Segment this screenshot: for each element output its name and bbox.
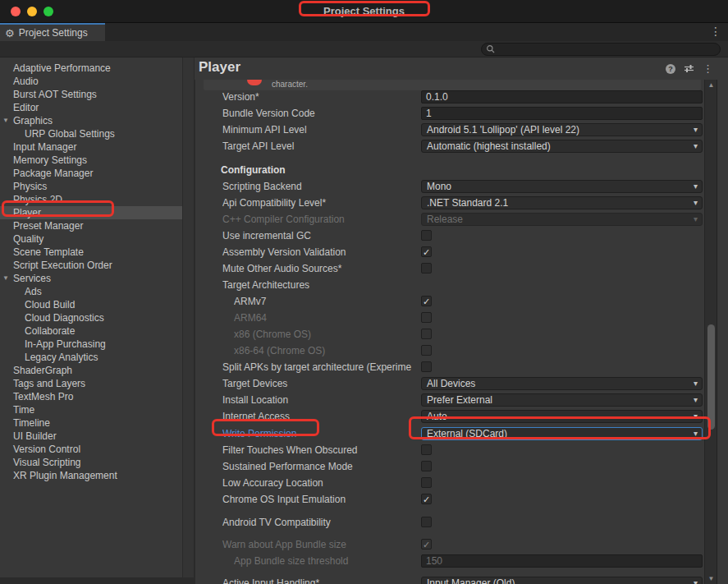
sidebar-item-urp-global-settings[interactable]: URP Global Settings (0, 127, 182, 140)
sidebar-item-input-manager[interactable]: Input Manager (0, 140, 182, 154)
sidebar-item-label: URP Global Settings (25, 128, 115, 140)
sidebar-item-time[interactable]: Time (0, 403, 182, 416)
main-scrollbar[interactable]: ▲ ▼ (704, 80, 717, 584)
unity-project-settings-window: Project Settings ⚙ Project Settings ⋮ Ad… (0, 0, 728, 584)
sidebar-scrollbar-track[interactable] (182, 57, 195, 577)
setting-label: Active Input Handling* (222, 577, 319, 584)
row-bundle-version-code: Bundle Version Code1 (195, 105, 703, 122)
sidebar-item-preset-manager[interactable]: Preset Manager (0, 219, 182, 232)
sidebar-item-in-app-purchasing[interactable]: In-App Purchasing (0, 338, 182, 351)
foldout-expanded-icon[interactable]: ▼ (2, 272, 9, 285)
write-permission-dropdown[interactable]: External (SDCard)▾ (421, 427, 703, 440)
app-bundle-size-threshold-field[interactable]: 150 (421, 554, 703, 568)
scrollbar-thumb[interactable] (707, 324, 715, 430)
sidebar-item-version-control[interactable]: Version Control (0, 443, 182, 456)
setting-label: Api Compatibility Level* (222, 197, 326, 209)
sidebar-item-label: Physics (13, 181, 47, 192)
tab-bar-menu-icon[interactable]: ⋮ (710, 25, 721, 38)
bundle-version-code-field[interactable]: 1 (421, 107, 703, 120)
scroll-down-icon[interactable]: ▼ (705, 575, 717, 582)
setting-label: Filter Touches When Obscured (222, 444, 358, 456)
scroll-up-icon[interactable]: ▲ (705, 81, 717, 89)
sidebar-item-label: Cloud Diagnostics (25, 312, 104, 324)
sidebar-item-label: TextMesh Pro (13, 391, 73, 402)
sidebar-item-label: Adaptive Performance (13, 62, 111, 74)
split-apks-by-target-architecture-experime-checkbox[interactable] (421, 361, 432, 372)
sidebar-item-legacy-analytics[interactable]: Legacy Analytics (0, 351, 182, 364)
sidebar-item-editor[interactable]: Editor (0, 101, 182, 114)
sidebar-item-label: Input Manager (13, 141, 76, 153)
sidebar-item-physics-2d[interactable]: Physics 2D (0, 193, 182, 206)
setting-label: Install Location (222, 394, 288, 406)
scripting-backend-dropdown[interactable]: Mono▾ (421, 180, 703, 193)
sidebar-item-label: Cloud Build (25, 299, 75, 310)
sidebar-item-ads[interactable]: Ads (0, 285, 182, 298)
android-tv-compatibility-checkbox[interactable] (421, 517, 432, 527)
sidebar-item-label: Package Manager (13, 168, 93, 179)
row-arm64: ARM64 (195, 310, 703, 326)
low-accuracy-location-checkbox[interactable] (421, 477, 432, 488)
row-write-permission: Write PermissionExternal (SDCard)▾ (195, 425, 703, 442)
sidebar-item-audio[interactable]: Audio (0, 75, 182, 88)
tab-project-settings[interactable]: ⚙ Project Settings (0, 23, 105, 41)
warn-about-app-bundle-size-checkbox[interactable]: ✓ (421, 539, 432, 550)
armv7-checkbox[interactable]: ✓ (421, 296, 432, 306)
version-field[interactable]: 0.1.0 (421, 90, 703, 103)
sidebar-item-cloud-build[interactable]: Cloud Build (0, 298, 182, 311)
sidebar-item-memory-settings[interactable]: Memory Settings (0, 154, 182, 167)
header-icons: ? ⋮ (666, 63, 713, 74)
dropdown-value: External (SDCard) (427, 428, 507, 439)
sidebar-item-scene-template[interactable]: Scene Template (0, 246, 182, 259)
c-compiler-configuration-dropdown[interactable]: Release▾ (421, 213, 703, 226)
chrome-os-input-emulation-checkbox[interactable]: ✓ (421, 494, 432, 504)
sidebar-item-script-execution-order[interactable]: Script Execution Order (0, 259, 182, 272)
sustained-performance-mode-checkbox[interactable] (421, 461, 432, 471)
foldout-expanded-icon[interactable]: ▼ (2, 114, 9, 127)
sidebar-item-tags-and-layers[interactable]: Tags and Layers (0, 377, 182, 390)
arm64-checkbox[interactable] (421, 312, 432, 323)
x86-chrome-os-checkbox[interactable] (421, 329, 432, 339)
minimum-api-level-dropdown[interactable]: Android 5.1 'Lollipop' (API level 22)▾ (421, 123, 703, 136)
help-icon[interactable]: ? (666, 64, 675, 74)
sidebar-item-burst-aot-settings[interactable]: Burst AOT Settings (0, 88, 182, 101)
use-incremental-gc-checkbox[interactable] (421, 230, 432, 241)
main-panel: Player ? ⋮ character. Vers (195, 57, 728, 584)
sidebar-item-label: Scene Template (13, 246, 84, 258)
sidebar-item-adaptive-performance[interactable]: Adaptive Performance (0, 62, 182, 75)
row-assembly-version-validation: Assembly Version Validation✓ (195, 244, 703, 260)
row-version: Version*0.1.0 (195, 89, 703, 105)
sidebar-item-timeline[interactable]: Timeline (0, 416, 182, 430)
sidebar-item-package-manager[interactable]: Package Manager (0, 167, 182, 180)
sidebar-item-collaborate[interactable]: Collaborate (0, 324, 182, 338)
sidebar-item-player[interactable]: Player (0, 206, 182, 219)
assembly-version-validation-checkbox[interactable]: ✓ (421, 246, 432, 257)
internet-access-dropdown[interactable]: Auto▾ (421, 410, 703, 423)
api-compatibility-level-dropdown[interactable]: .NET Standard 2.1▾ (421, 196, 703, 209)
active-input-handling-dropdown[interactable]: Input Manager (Old)▾ (421, 577, 703, 584)
sidebar-item-visual-scripting[interactable]: Visual Scripting (0, 456, 182, 469)
sidebar-item-graphics[interactable]: ▼Graphics (0, 114, 182, 127)
setting-label: ARMv7 (234, 296, 266, 307)
sidebar-item-textmesh-pro[interactable]: TextMesh Pro (0, 390, 182, 403)
settings-content: character. Version*0.1.0Bundle Version C… (195, 80, 703, 584)
sidebar-item-label: Editor (13, 102, 39, 113)
presets-sliders-icon[interactable] (684, 63, 694, 74)
sidebar-item-services[interactable]: ▼Services (0, 272, 182, 285)
x86-64-chrome-os-checkbox[interactable] (421, 345, 432, 356)
sidebar-item-shadergraph[interactable]: ShaderGraph (0, 364, 182, 377)
window-title: Project Settings (0, 5, 728, 17)
sidebar-item-cloud-diagnostics[interactable]: Cloud Diagnostics (0, 311, 182, 324)
target-devices-dropdown[interactable]: All Devices▾ (421, 377, 703, 390)
sidebar-item-physics[interactable]: Physics (0, 180, 182, 193)
sidebar-item-xr-plugin-management[interactable]: XR Plugin Management (0, 469, 182, 482)
search-input[interactable] (481, 43, 721, 56)
chevron-down-icon: ▾ (694, 411, 698, 422)
target-api-level-dropdown[interactable]: Automatic (highest installed)▾ (421, 140, 703, 153)
install-location-dropdown[interactable]: Prefer External▾ (421, 393, 703, 407)
header-menu-icon[interactable]: ⋮ (703, 64, 713, 74)
sidebar-item-quality[interactable]: Quality (0, 232, 182, 246)
filter-touches-when-obscured-checkbox[interactable] (421, 444, 432, 455)
sidebar-item-label: Visual Scripting (13, 457, 81, 468)
mute-other-audio-sources-checkbox[interactable] (421, 263, 432, 274)
sidebar-item-ui-builder[interactable]: UI Builder (0, 430, 182, 443)
